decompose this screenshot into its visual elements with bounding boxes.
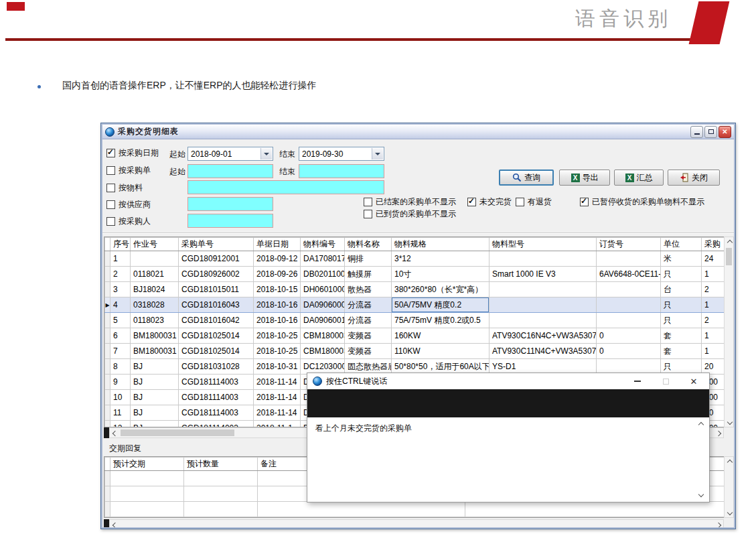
column-header[interactable]: 预计交期	[110, 458, 184, 471]
scroll-down-icon[interactable]	[727, 509, 732, 515]
closed-orders-checkbox[interactable]: ✓	[364, 198, 372, 206]
cell[interactable]: 1	[110, 251, 131, 267]
column-header[interactable]: 物料型号	[489, 238, 597, 251]
column-header[interactable]: 作业号	[131, 238, 179, 251]
scrollbar-thumb[interactable]	[121, 429, 234, 436]
query-button[interactable]: 查询	[499, 170, 554, 186]
purchase-order-end-field[interactable]	[299, 164, 384, 178]
export-button[interactable]: X 导出	[559, 170, 610, 186]
cell[interactable]	[110, 471, 184, 486]
reply-horizontal-scrollbar[interactable]	[109, 519, 724, 527]
cell[interactable]: DH0601000	[301, 282, 345, 297]
table-vertical-scrollbar[interactable]	[724, 237, 734, 427]
cell[interactable]: CGD181016043	[179, 297, 254, 313]
cell[interactable]: 2018-09-26	[254, 267, 301, 282]
cell[interactable]: BM1800031	[131, 328, 179, 344]
filter-checkbox-supplier[interactable]: ✓	[106, 200, 115, 209]
cell[interactable]: 2018-10-15	[254, 282, 301, 297]
cell[interactable]	[489, 313, 597, 328]
cell[interactable]: 2018-10-16	[254, 297, 301, 313]
column-header[interactable]: 预计数量	[184, 458, 258, 471]
cell[interactable]	[597, 282, 661, 297]
cell[interactable]: 分流器	[345, 313, 392, 328]
cell[interactable]: 9	[110, 375, 131, 390]
dialog-minimize-button[interactable]	[626, 373, 649, 389]
column-header[interactable]: 物料名称	[345, 238, 392, 251]
end-date-combo[interactable]: 2019-09-30	[299, 147, 384, 161]
cell[interactable]: 11	[110, 405, 131, 421]
cell[interactable]: DA0906001	[301, 313, 345, 328]
start-date-combo[interactable]: 2018-09-01	[187, 147, 273, 161]
chevron-down-icon[interactable]	[260, 148, 272, 159]
cell[interactable]	[489, 251, 597, 267]
cell[interactable]: 4	[110, 297, 131, 313]
cell[interactable]	[110, 502, 184, 517]
cell[interactable]	[597, 313, 661, 328]
cell[interactable]: 铜排	[345, 251, 392, 267]
maximize-button[interactable]	[704, 126, 717, 138]
column-header[interactable]: 物料规格	[392, 238, 489, 251]
cell[interactable]	[465, 502, 726, 517]
purchaser-field[interactable]	[187, 214, 273, 228]
cell[interactable]	[110, 486, 184, 502]
reply-vertical-scrollbar[interactable]	[724, 456, 734, 518]
table-row[interactable]	[105, 502, 726, 517]
filter-checkbox-purchase-order[interactable]: ✓	[106, 166, 115, 175]
cell[interactable]: 380*260*80（长*宽*高）	[392, 282, 489, 297]
cell[interactable]: 1	[702, 267, 726, 282]
cell[interactable]: 台	[661, 282, 702, 297]
cell[interactable]: CGD180912001	[179, 251, 254, 267]
cell[interactable]	[184, 471, 258, 486]
cell[interactable]: 50A/75MV 精度0.2	[392, 297, 489, 313]
cell[interactable]: 2018-11-14	[254, 390, 301, 405]
scroll-right-icon[interactable]	[715, 430, 721, 435]
returns-checkbox[interactable]: ✓	[516, 198, 524, 206]
filter-checkbox-purchase-date[interactable]: ✓	[106, 149, 115, 157]
table-row[interactable]: 3BJ18024CGD1810150112018-10-15DH0601000散…	[105, 282, 726, 297]
cell[interactable]: 散热器	[345, 282, 392, 297]
row-selector[interactable]	[105, 251, 110, 267]
cell[interactable]	[184, 486, 258, 502]
cell[interactable]: 变频器	[345, 344, 392, 359]
cell[interactable]: 2018-10-25	[254, 328, 301, 344]
cell[interactable]: BJ	[131, 421, 179, 428]
cell[interactable]: BM1800031	[131, 344, 179, 359]
row-selector[interactable]	[105, 359, 110, 375]
cell[interactable]: 10	[110, 390, 131, 405]
column-header[interactable]: 采购	[702, 238, 726, 251]
cell[interactable]: BJ	[131, 359, 179, 375]
material-field[interactable]	[187, 180, 384, 194]
cell[interactable]: CGD181025014	[179, 344, 254, 359]
cell[interactable]: 3	[110, 282, 131, 297]
cell[interactable]	[258, 502, 465, 517]
cell[interactable]: 0	[597, 328, 661, 344]
scrollbar-thumb[interactable]	[726, 248, 732, 265]
cell[interactable]: 2018-10-25	[254, 344, 301, 359]
table-row[interactable]: 50118023CGD1810160422018-10-16DA0906001分…	[105, 313, 726, 328]
cell[interactable]: CGD181025014	[179, 328, 254, 344]
cell[interactable]: 110KW	[392, 344, 489, 359]
cell[interactable]: 分流器	[345, 297, 392, 313]
cell[interactable]	[489, 282, 597, 297]
voice-dialog-titlebar[interactable]: 按住CTRL键说话	[307, 373, 709, 389]
cell[interactable]: 1	[702, 297, 726, 313]
cell[interactable]: DA0906000	[301, 297, 345, 313]
table-row[interactable]: 1CGD1809120012018-09-12DA17080175铜排3*12米…	[105, 251, 726, 267]
cell[interactable]: 5	[110, 313, 131, 328]
cell[interactable]: 10寸	[392, 267, 489, 282]
filter-checkbox-material[interactable]: ✓	[106, 184, 115, 192]
column-header[interactable]: 序号	[110, 238, 131, 251]
close-button[interactable]: ✕	[719, 126, 731, 138]
close-form-button[interactable]: 关闭	[668, 170, 720, 186]
row-selector[interactable]: ▶	[105, 297, 110, 313]
cell[interactable]: 0118023	[131, 313, 179, 328]
cell[interactable]: 2018-11-14	[254, 375, 301, 390]
supplier-field[interactable]	[187, 197, 273, 211]
window-titlebar[interactable]: 采购交货明细表 ✕	[102, 125, 734, 139]
cell[interactable]: BJ	[131, 390, 179, 405]
cell[interactable]	[489, 297, 597, 313]
cell[interactable]: 0118021	[131, 267, 179, 282]
cell[interactable]: CGD181114003	[179, 390, 254, 405]
purchase-order-start-field[interactable]	[187, 164, 273, 178]
cell[interactable]: 24	[702, 251, 726, 267]
